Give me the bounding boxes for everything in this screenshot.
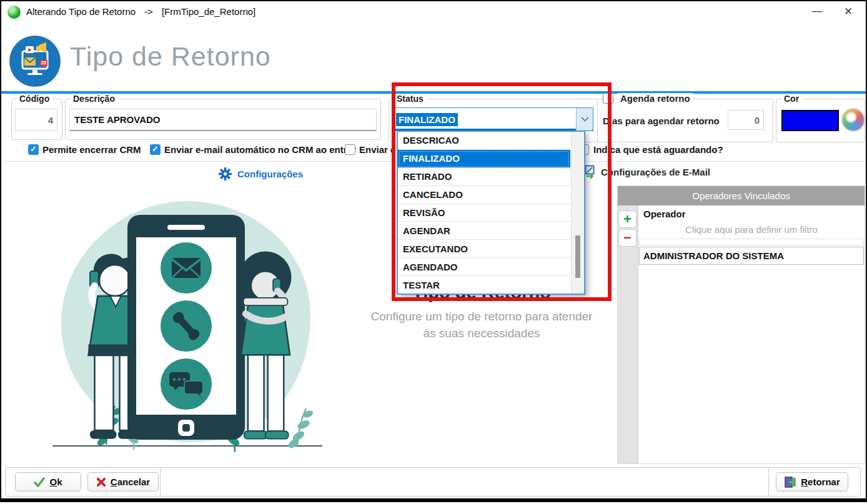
email-config-icon: [585, 165, 596, 179]
descricao-label: Descrição: [71, 94, 117, 104]
app-window: Alterando Tipo de Retorno->[FrmTipo_de_R…: [0, 0, 867, 504]
scrollbar-thumb[interactable]: [575, 235, 580, 278]
hero-subtext: Configure um tipo de retorno para atende…: [366, 308, 597, 342]
ok-label: Ok: [49, 477, 62, 487]
descricao-input[interactable]: TESTE APROVADO: [69, 109, 377, 131]
codigo-input[interactable]: 4: [15, 109, 57, 131]
status-label: Status: [394, 94, 426, 104]
color-swatch[interactable]: [781, 110, 839, 131]
remove-operator-button[interactable]: −: [618, 229, 637, 247]
header-divider: [0, 91, 867, 94]
configuracoes-email-link[interactable]: Configurações de E-Mail: [585, 164, 710, 180]
permite-encerrar-label: Permite encerrar CRM: [42, 144, 141, 155]
dropdown-option[interactable]: RETIRADO: [398, 168, 570, 186]
exit-door-icon: [784, 476, 796, 488]
mail-icon: [161, 242, 212, 294]
operators-grid: Operador Clique aqui para definir um fil…: [638, 205, 865, 463]
check-icon: [34, 477, 45, 487]
cancel-button[interactable]: Cancelar: [87, 472, 159, 492]
dropdown-option[interactable]: AGENDAR: [398, 222, 570, 240]
close-button[interactable]: ✕: [836, 1, 861, 21]
dropdown-option[interactable]: DESCRICAO: [398, 132, 570, 150]
phone-contact-illustration: [32, 182, 341, 462]
enviar-email-entrar-label: Enviar e-mail automático no CRM ao entra…: [164, 144, 356, 155]
footer-divider-left: [160, 467, 161, 497]
configuracoes-link[interactable]: Configurações: [219, 166, 303, 182]
permite-encerrar-checkbox[interactable]: [28, 144, 39, 155]
dropdown-option[interactable]: TESTAR: [398, 276, 570, 294]
dropdown-option[interactable]: REVISÃO: [398, 204, 570, 222]
enviar-email-label: Enviar e: [359, 144, 395, 155]
footer-divider-right: [768, 467, 769, 497]
codigo-group: Código 4: [11, 99, 62, 140]
enviar-email-checkbox[interactable]: [345, 144, 355, 155]
enviar-email-entrar-checkbox[interactable]: [150, 144, 161, 155]
operator-column-header: Operador: [638, 205, 865, 222]
configuracoes-email-label: Configurações de E-Mail: [601, 167, 710, 177]
operadores-vinculados-panel: Operadores Vinculados + − Operador Cliqu…: [617, 185, 865, 464]
status-combobox[interactable]: FINALIZADO: [393, 107, 593, 131]
codigo-label: Código: [17, 94, 52, 104]
title-arrow: ->: [144, 6, 153, 17]
gear-icon: [219, 167, 232, 180]
app-status-icon: [7, 6, 21, 19]
phone-call-icon: [161, 300, 212, 352]
dias-agendar-input[interactable]: 0: [728, 110, 764, 130]
ok-button[interactable]: Ok: [15, 472, 81, 492]
grid-empty-strip: [639, 239, 864, 245]
chevron-down-icon: [581, 117, 589, 122]
module-icon: [9, 35, 61, 87]
dias-agendar-label: Dias para agendar retorno: [603, 116, 720, 126]
descricao-group: Descrição TESTE APROVADO: [65, 99, 381, 140]
window-title: Alterando Tipo de Retorno->[FrmTipo_de_R…: [26, 6, 255, 17]
status-selected-value: FINALIZADO: [396, 113, 458, 126]
chat-icon: [161, 358, 212, 410]
cor-group: Cor: [776, 99, 865, 142]
x-icon: [96, 477, 106, 487]
dropdown-option[interactable]: EXECUTANDO: [398, 240, 570, 258]
page-title: Tipo de Retorno: [70, 41, 271, 72]
cancel-label: Cancelar: [111, 477, 150, 487]
title-bar: Alterando Tipo de Retorno->[FrmTipo_de_R…: [0, 0, 867, 24]
dropdown-option[interactable]: FINALIZADO: [398, 150, 570, 168]
color-picker-button[interactable]: [841, 108, 865, 132]
add-operator-button[interactable]: +: [618, 210, 637, 228]
dropdown-scrollbar[interactable]: [571, 132, 584, 294]
dropdown-option[interactable]: CANCELADO: [398, 186, 570, 204]
minimize-button[interactable]: —: [805, 1, 830, 21]
indica-aguardando-label: Indica que está aguardando?: [593, 144, 723, 155]
operators-button-gutter: + −: [618, 205, 638, 463]
agenda-retorno-group: Agenda retorno Dias para agendar retorno…: [597, 99, 773, 142]
phone-graphic: [127, 215, 245, 440]
configuracoes-label: Configurações: [237, 169, 303, 179]
status-dropdown-list: DESCRICAO FINALIZADO RETIRADO CANCELADO …: [397, 131, 585, 295]
filter-hint[interactable]: Clique aqui para definir um filtro: [638, 222, 865, 239]
agenda-retorno-checkbox[interactable]: [603, 93, 613, 104]
status-dropdown-button[interactable]: [576, 108, 593, 131]
return-button[interactable]: Retornar: [776, 472, 848, 492]
dropdown-option[interactable]: AGENDADO: [398, 258, 570, 276]
operator-row[interactable]: ADMINISTRADOR DO SISTEMA: [639, 247, 864, 265]
agenda-retorno-label: Agenda retorno: [618, 93, 693, 104]
return-label: Retornar: [801, 477, 840, 487]
cor-label: Cor: [781, 94, 801, 104]
operadores-panel-title: Operadores Vinculados: [618, 186, 865, 205]
